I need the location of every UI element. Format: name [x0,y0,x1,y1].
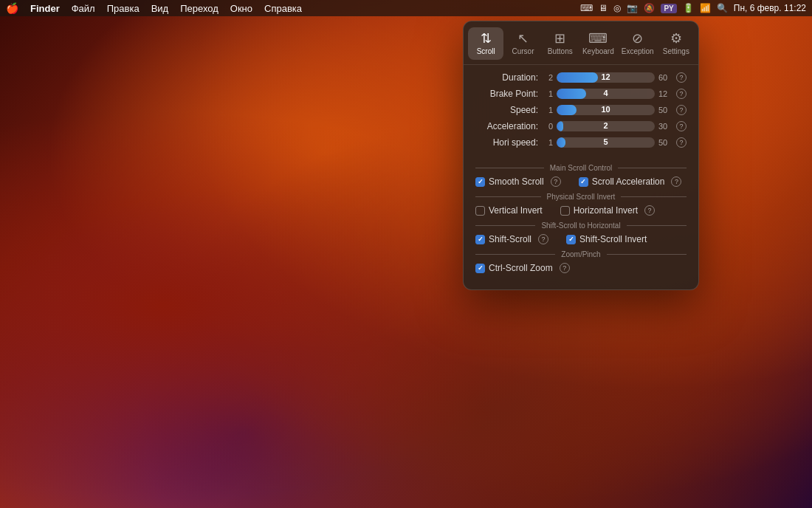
main-scroll-divider: Main Scroll Control [475,164,687,172]
duration-value: 12 [601,72,610,81]
scroll-acceleration-help[interactable]: ? [671,176,681,187]
speed-value: 10 [601,105,610,114]
settings-icon: ⚙ [670,32,682,45]
acceleration-min: 0 [543,122,553,131]
shift-scroll-checkboxes: Shift-Scroll ? Shift-Scroll Invert [464,234,698,244]
shift-scroll-item[interactable]: Shift-Scroll ? [475,234,548,244]
py-badge[interactable]: PY [661,4,676,13]
apple-menu[interactable]: 🍎 [6,2,18,14]
divider-line-left4 [475,254,555,255]
brake-fill [557,89,586,99]
brake-help-icon[interactable]: ? [676,89,687,99]
duration-track[interactable]: 12 [557,72,655,83]
scroll-acceleration-checkbox[interactable] [579,177,588,187]
vertical-invert-checkbox[interactable] [475,206,485,216]
speed-label: Speed: [475,105,538,115]
horizontal-invert-help[interactable]: ? [644,205,655,216]
scroll-acceleration-item[interactable]: Scroll Acceleration ? [579,176,682,187]
battery-icon[interactable]: 🔋 [683,3,694,13]
tab-exception-label: Exception [622,47,654,55]
main-scroll-row: Smooth Scroll ? Scroll Acceleration ? [475,176,687,187]
brake-track[interactable]: 4 [557,89,655,99]
menu-help[interactable]: Справка [264,3,302,14]
hori-speed-min: 1 [543,138,553,147]
slider-acceleration: Acceleration: 0 2 30 ? [475,121,687,131]
smooth-scroll-help[interactable]: ? [551,176,561,187]
tab-scroll[interactable]: ⇅ Scroll [468,27,503,60]
keyboard-icon: ⌨ [588,32,608,45]
ctrl-scroll-zoom-help[interactable]: ? [560,263,570,273]
compass-icon[interactable]: ◎ [613,3,621,13]
tab-keyboard[interactable]: ⌨ Keyboard [579,27,617,60]
speed-track[interactable]: 10 [557,105,655,115]
menu-edit[interactable]: Правка [107,3,140,14]
hori-speed-help-icon[interactable]: ? [676,137,687,148]
tab-keyboard-label: Keyboard [582,47,614,55]
cursor-icon: ↖ [517,32,529,45]
duration-min: 2 [543,73,553,82]
horizontal-invert-label: Horizontal Invert [574,205,638,216]
search-icon[interactable]: 🔍 [717,3,728,13]
menu-view[interactable]: Вид [151,3,169,14]
hori-speed-value: 5 [603,137,608,146]
tab-exception[interactable]: ⊘ Exception [619,27,657,60]
display-icon[interactable]: 🖥 [599,3,608,13]
speed-max: 50 [658,106,673,114]
shift-scroll-invert-item[interactable]: Shift-Scroll Invert [566,234,647,244]
speed-help-icon[interactable]: ? [676,105,687,115]
ctrl-scroll-zoom-item[interactable]: Ctrl-Scroll Zoom ? [475,263,570,273]
tab-scroll-label: Scroll [477,47,495,55]
divider-line-right3 [627,225,687,226]
acceleration-help-icon[interactable]: ? [676,121,687,131]
mute-icon[interactable]: 🔕 [644,3,655,13]
shift-scroll-help[interactable]: ? [538,234,548,244]
tab-settings-label: Settings [663,47,689,55]
brake-min: 1 [543,89,553,98]
acceleration-value: 2 [603,121,608,130]
main-scroll-title: Main Scroll Control [550,164,612,172]
lock-icon[interactable]: ⌨ [580,3,593,13]
shift-scroll-checkbox[interactable] [475,235,485,244]
acceleration-track[interactable]: 2 [557,121,655,131]
physical-scroll-checkboxes: Vertical Invert Horizontal Invert ? [464,205,698,216]
duration-label: Duration: [475,72,538,83]
zoom-pinch-row: Ctrl-Scroll Zoom ? [475,263,687,273]
acceleration-max: 30 [658,122,673,131]
wifi-icon[interactable]: 📶 [700,3,711,13]
horizontal-invert-checkbox[interactable] [560,206,570,216]
smooth-scroll-item[interactable]: Smooth Scroll ? [475,176,561,187]
camera-icon[interactable]: 📷 [627,3,638,13]
ctrl-scroll-zoom-checkbox[interactable] [475,264,485,273]
physical-scroll-title: Physical Scroll Invert [547,193,616,201]
tab-settings[interactable]: ⚙ Settings [658,27,694,60]
vertical-invert-item[interactable]: Vertical Invert [475,205,543,216]
shift-scroll-invert-label: Shift-Scroll Invert [579,234,647,244]
menu-file[interactable]: Файл [72,3,95,14]
acceleration-label: Acceleration: [475,121,538,131]
speed-min: 1 [543,106,553,114]
smooth-scroll-checkbox[interactable] [475,177,485,187]
tabs-container: ⇅ Scroll ↖ Cursor ⊞ Buttons ⌨ Keyboard ⊘… [464,21,698,65]
menubar-left: 🍎 Finder Файл Правка Вид Переход Окно Сп… [6,2,302,14]
physical-scroll-row: Vertical Invert Horizontal Invert ? [475,205,687,216]
divider-line-right2 [621,196,687,197]
speed-fill [557,105,577,115]
shift-scroll-invert-checkbox[interactable] [566,235,576,244]
main-scroll-checkboxes: Smooth Scroll ? Scroll Acceleration ? [464,176,698,187]
hori-speed-track[interactable]: 5 [557,137,655,148]
acceleration-fill [557,121,563,131]
duration-max: 60 [658,73,673,82]
menu-window[interactable]: Окно [230,3,252,14]
shift-scroll-title: Shift-Scroll to Horizontal [541,222,620,230]
horizontal-invert-item[interactable]: Horizontal Invert ? [560,205,655,216]
duration-help-icon[interactable]: ? [676,72,687,83]
divider-line-right [618,168,687,168]
tab-buttons[interactable]: ⊞ Buttons [543,27,578,60]
app-name[interactable]: Finder [30,3,60,14]
hori-speed-max: 50 [658,138,673,147]
physical-scroll-divider: Physical Scroll Invert [475,193,687,201]
zoom-pinch-title: Zoom/Pinch [561,250,600,258]
menu-go[interactable]: Переход [180,3,219,14]
tab-cursor[interactable]: ↖ Cursor [505,27,540,60]
divider-line-left3 [475,225,535,226]
